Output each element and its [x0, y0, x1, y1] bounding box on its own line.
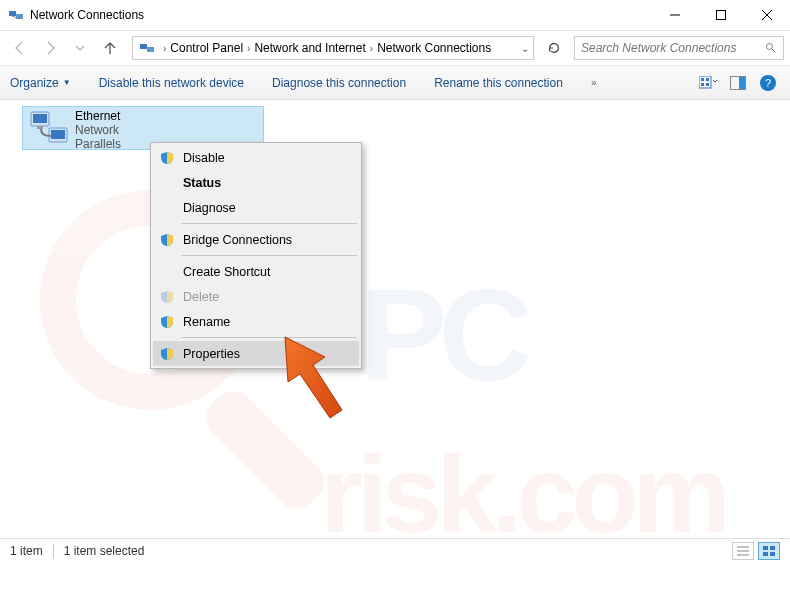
svg-point-8	[767, 44, 773, 50]
chevron-right-icon: ›	[370, 43, 373, 54]
status-selected-count: 1 item selected	[64, 544, 145, 558]
svg-rect-28	[770, 552, 775, 556]
svg-rect-13	[701, 83, 704, 86]
content-area[interactable]: PC risk.com Ethernet Network Parallels D…	[0, 100, 790, 562]
chevron-right-icon: ›	[247, 43, 250, 54]
refresh-button[interactable]	[542, 36, 566, 60]
recent-locations-button[interactable]	[66, 34, 94, 62]
rename-button[interactable]: Rename this connection	[434, 76, 563, 90]
menu-separator	[181, 255, 357, 256]
svg-rect-11	[701, 78, 704, 81]
app-icon	[8, 7, 24, 23]
svg-rect-19	[37, 126, 43, 129]
svg-rect-26	[770, 546, 775, 550]
watermark: PC risk.com	[0, 100, 790, 562]
details-view-button[interactable]	[732, 542, 754, 560]
location-icon	[139, 40, 155, 56]
menu-rename[interactable]: Rename	[153, 309, 359, 334]
menu-separator	[181, 223, 357, 224]
chevron-right-icon: ›	[163, 43, 166, 54]
breadcrumb-part[interactable]: Network and Internet	[254, 41, 365, 55]
chevron-down-icon[interactable]: ⌄	[521, 43, 529, 54]
disable-device-button[interactable]: Disable this network device	[99, 76, 244, 90]
view-options-button[interactable]	[696, 71, 720, 95]
overflow-button[interactable]: »	[591, 77, 597, 88]
diagnose-button[interactable]: Diagnose this connection	[272, 76, 406, 90]
shield-icon	[159, 150, 175, 166]
svg-rect-21	[51, 130, 65, 139]
up-button[interactable]	[96, 34, 124, 62]
svg-rect-14	[706, 83, 709, 86]
adapter-name: Ethernet	[75, 110, 121, 124]
title-bar: Network Connections	[0, 0, 790, 30]
shield-icon	[159, 289, 175, 305]
back-button[interactable]	[6, 34, 34, 62]
maximize-button[interactable]	[698, 0, 744, 30]
breadcrumb[interactable]: › Control Panel › Network and Internet ›…	[132, 36, 534, 60]
close-button[interactable]	[744, 0, 790, 30]
shield-icon	[159, 314, 175, 330]
svg-rect-27	[763, 552, 768, 556]
menu-create-shortcut[interactable]: Create Shortcut	[153, 259, 359, 284]
adapter-device: Parallels	[75, 138, 121, 152]
svg-rect-16	[739, 77, 745, 89]
menu-diagnose[interactable]: Diagnose	[153, 195, 359, 220]
svg-line-9	[772, 49, 776, 53]
search-input[interactable]: Search Network Connections	[574, 36, 784, 60]
window-title: Network Connections	[30, 8, 652, 22]
svg-rect-12	[706, 78, 709, 81]
menu-bridge[interactable]: Bridge Connections	[153, 227, 359, 252]
organize-button[interactable]: Organize▼	[10, 76, 71, 90]
annotation-arrow-icon	[280, 332, 350, 422]
status-bar: 1 item 1 item selected	[0, 538, 790, 562]
nav-bar: › Control Panel › Network and Internet ›…	[0, 30, 790, 66]
shield-icon	[159, 232, 175, 248]
svg-rect-25	[763, 546, 768, 550]
status-item-count: 1 item	[10, 544, 43, 558]
shield-icon	[159, 346, 175, 362]
search-placeholder: Search Network Connections	[581, 41, 765, 55]
svg-rect-0	[9, 11, 16, 16]
adapter-status: Network	[75, 124, 121, 138]
minimize-button[interactable]	[652, 0, 698, 30]
help-button[interactable]: ?	[756, 71, 780, 95]
menu-status[interactable]: Status	[153, 170, 359, 195]
svg-rect-18	[33, 114, 47, 123]
svg-rect-3	[717, 11, 726, 20]
forward-button[interactable]	[36, 34, 64, 62]
preview-pane-button[interactable]	[726, 71, 750, 95]
svg-rect-6	[140, 44, 147, 49]
command-bar: Organize▼ Disable this network device Di…	[0, 66, 790, 100]
svg-rect-7	[147, 47, 154, 52]
network-adapter-icon	[29, 110, 69, 148]
breadcrumb-part[interactable]: Network Connections	[377, 41, 491, 55]
tiles-view-button[interactable]	[758, 542, 780, 560]
svg-rect-10	[699, 76, 711, 88]
search-icon	[765, 42, 777, 54]
menu-disable[interactable]: Disable	[153, 145, 359, 170]
menu-delete: Delete	[153, 284, 359, 309]
breadcrumb-part[interactable]: Control Panel	[170, 41, 243, 55]
